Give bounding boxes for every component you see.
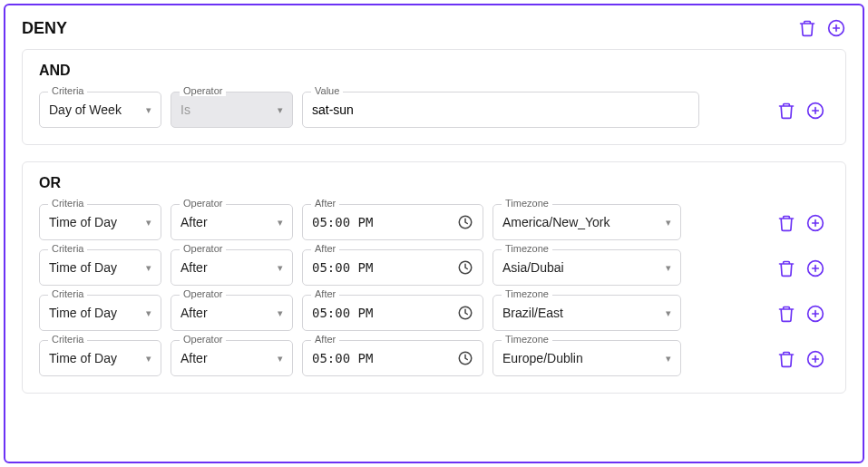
condition-row: Criteria Time of Day▾ Operator After▾ Af…	[39, 340, 829, 376]
operator-label: Operator	[180, 85, 226, 96]
row-actions	[776, 349, 829, 376]
trash-icon	[777, 214, 795, 232]
value-input[interactable]	[312, 102, 689, 117]
timezone-value: Asia/Dubai	[502, 260, 564, 275]
add-icon	[827, 19, 845, 37]
after-value: 05:00 PM	[312, 306, 373, 320]
add-row-button[interactable]	[805, 349, 825, 369]
add-icon	[806, 102, 824, 120]
criteria-value: Time of Day	[49, 260, 117, 275]
delete-row-button[interactable]	[776, 349, 796, 369]
add-row-button[interactable]	[805, 213, 825, 233]
operator-field: Operator After ▾	[171, 204, 293, 240]
operator-select[interactable]: After ▾	[171, 204, 293, 240]
timezone-label: Timezone	[502, 288, 552, 299]
delete-policy-button[interactable]	[797, 18, 817, 38]
delete-row-button[interactable]	[776, 213, 796, 233]
add-icon	[806, 350, 824, 368]
after-field: After 05:00 PM	[302, 204, 483, 240]
timezone-value: America/New_York	[502, 215, 610, 229]
chevron-down-icon: ▾	[666, 262, 671, 274]
clock-icon	[457, 214, 473, 230]
timezone-select[interactable]: Asia/Dubai▾	[493, 249, 681, 286]
add-policy-button[interactable]	[826, 18, 846, 38]
trash-icon	[777, 102, 795, 120]
criteria-label: Criteria	[48, 334, 87, 345]
criteria-value: Time of Day	[49, 306, 117, 320]
clock-icon	[457, 305, 473, 321]
condition-row: Criteria Time of Day▾ Operator After▾ Af…	[39, 295, 829, 331]
chevron-down-icon: ▾	[666, 307, 671, 319]
timezone-select[interactable]: America/New_York ▾	[493, 204, 681, 240]
timezone-label: Timezone	[502, 243, 552, 254]
criteria-value: Time of Day	[49, 351, 117, 365]
add-row-button[interactable]	[805, 101, 825, 121]
after-value: 05:00 PM	[312, 260, 373, 275]
condition-row: Criteria Time of Day ▾ Operator After ▾ …	[39, 204, 829, 240]
or-group-panel: OR Criteria Time of Day ▾ Operator After…	[22, 161, 846, 394]
trash-icon	[777, 305, 795, 323]
chevron-down-icon: ▾	[278, 307, 283, 319]
operator-value: After	[180, 260, 208, 275]
operator-select[interactable]: After▾	[171, 340, 293, 376]
after-input[interactable]: 05:00 PM	[302, 295, 483, 331]
after-input[interactable]: 05:00 PM	[302, 249, 483, 286]
criteria-select[interactable]: Time of Day▾	[39, 340, 161, 376]
criteria-select[interactable]: Time of Day▾	[39, 249, 161, 286]
operator-value: After	[180, 351, 208, 365]
value-label: Value	[311, 85, 343, 96]
add-icon	[806, 305, 824, 323]
row-actions	[776, 213, 829, 240]
panel-title: DENY	[22, 19, 67, 38]
delete-row-button[interactable]	[776, 258, 796, 278]
panel-actions	[797, 18, 846, 38]
row-actions	[776, 304, 829, 331]
clock-icon	[457, 259, 473, 276]
after-label: After	[311, 198, 339, 209]
criteria-select[interactable]: Day of Week ▾	[39, 92, 161, 128]
chevron-down-icon: ▾	[146, 307, 151, 319]
criteria-label: Criteria	[48, 85, 87, 96]
operator-select: Is ▾	[171, 92, 293, 128]
timezone-value: Europe/Dublin	[502, 351, 583, 365]
add-row-button[interactable]	[805, 258, 825, 278]
delete-row-button[interactable]	[776, 304, 796, 324]
chevron-down-icon: ▾	[278, 353, 283, 365]
after-label: After	[311, 288, 339, 299]
criteria-select[interactable]: Time of Day▾	[39, 295, 161, 331]
trash-icon	[777, 259, 795, 277]
operator-label: Operator	[180, 334, 226, 345]
timezone-select[interactable]: Brazil/East▾	[493, 295, 681, 331]
add-row-button[interactable]	[805, 304, 825, 324]
operator-field: Operator Is ▾	[171, 92, 293, 128]
value-input-wrap[interactable]	[302, 92, 699, 128]
operator-label: Operator	[180, 198, 226, 209]
operator-value: Is	[180, 102, 190, 117]
operator-label: Operator	[180, 288, 226, 299]
after-label: After	[311, 243, 339, 254]
after-value: 05:00 PM	[312, 351, 373, 365]
chevron-down-icon: ▾	[666, 353, 671, 365]
criteria-label: Criteria	[48, 243, 87, 254]
condition-row: Criteria Day of Week ▾ Operator Is ▾ Val…	[39, 92, 829, 128]
after-label: After	[311, 334, 339, 345]
criteria-select[interactable]: Time of Day ▾	[39, 204, 161, 240]
trash-icon	[777, 350, 795, 368]
clock-icon	[457, 350, 473, 366]
group-title: AND	[39, 63, 829, 79]
operator-value: After	[180, 215, 208, 229]
delete-row-button[interactable]	[776, 101, 796, 121]
operator-select[interactable]: After▾	[171, 295, 293, 331]
timezone-field: Timezone America/New_York ▾	[493, 204, 681, 240]
chevron-down-icon: ▾	[278, 217, 283, 229]
timezone-select[interactable]: Europe/Dublin▾	[493, 340, 681, 376]
operator-select[interactable]: After▾	[171, 249, 293, 286]
after-input[interactable]: 05:00 PM	[302, 340, 483, 376]
criteria-field: Criteria Day of Week ▾	[39, 92, 161, 128]
timezone-label: Timezone	[502, 198, 552, 209]
criteria-value: Day of Week	[49, 102, 122, 117]
after-input[interactable]: 05:00 PM	[302, 204, 483, 240]
trash-icon	[798, 19, 816, 37]
value-field: Value	[302, 92, 699, 128]
chevron-down-icon: ▾	[146, 104, 151, 116]
